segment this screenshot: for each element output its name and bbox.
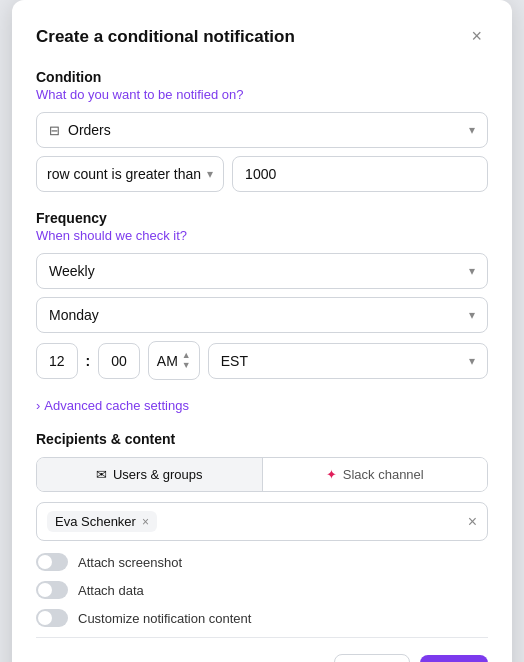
condition-sublabel: What do you want to be notified on? — [36, 87, 488, 102]
condition-type-chevron-icon: ▾ — [207, 167, 213, 181]
remove-recipient-button[interactable]: × — [142, 515, 149, 529]
condition-type-select[interactable]: row count is greater than ▾ — [36, 156, 224, 192]
hour-value: 12 — [49, 353, 65, 369]
close-button[interactable]: × — [465, 24, 488, 49]
period-value: Weekly — [49, 263, 95, 279]
ampm-select[interactable]: AM ▲ ▼ — [148, 341, 200, 380]
modal-header: Create a conditional notification × — [36, 24, 488, 49]
customize-content-toggle[interactable] — [36, 609, 68, 627]
attach-data-toggle[interactable] — [36, 581, 68, 599]
condition-row: row count is greater than ▾ — [36, 156, 488, 192]
source-select[interactable]: ⊟ Orders ▾ — [36, 112, 488, 148]
time-separator: : — [86, 353, 91, 369]
modal-footer: 👁 Show preview ▷ Test Save — [36, 637, 488, 662]
condition-type-label: row count is greater than — [47, 166, 201, 182]
clear-recipients-button[interactable]: × — [468, 513, 477, 531]
timezone-chevron-icon: ▾ — [469, 354, 475, 368]
condition-label: Condition — [36, 69, 488, 85]
tab-slack-label: Slack channel — [343, 467, 424, 482]
tab-users-label: Users & groups — [113, 467, 203, 482]
tab-users-groups[interactable]: ✉ Users & groups — [37, 458, 262, 491]
day-chevron-icon: ▾ — [469, 308, 475, 322]
save-button[interactable]: Save — [420, 655, 488, 662]
attach-screenshot-row: Attach screenshot — [36, 553, 488, 571]
test-button[interactable]: ▷ Test — [334, 654, 410, 662]
frequency-section: Frequency When should we check it? Weekl… — [36, 210, 488, 380]
period-chevron-icon: ▾ — [469, 264, 475, 278]
recipient-name: Eva Schenker — [55, 514, 136, 529]
recipient-tabs: ✉ Users & groups ✦ Slack channel — [36, 457, 488, 492]
time-row: 12 : 00 AM ▲ ▼ EST ▾ — [36, 341, 488, 380]
attach-data-row: Attach data — [36, 581, 488, 599]
source-select-left: ⊟ Orders — [49, 122, 111, 138]
ampm-value: AM — [157, 353, 178, 369]
customize-content-row: Customize notification content — [36, 609, 488, 627]
slack-icon: ✦ — [326, 467, 337, 482]
hour-box[interactable]: 12 — [36, 343, 78, 379]
day-select[interactable]: Monday ▾ — [36, 297, 488, 333]
attach-data-label: Attach data — [78, 583, 144, 598]
modal-title: Create a conditional notification — [36, 27, 295, 47]
recipients-section: Recipients & content ✉ Users & groups ✦ … — [36, 431, 488, 627]
ampm-updown-icon: ▲ ▼ — [182, 351, 191, 370]
minute-box[interactable]: 00 — [98, 343, 140, 379]
day-value: Monday — [49, 307, 99, 323]
attach-screenshot-toggle[interactable] — [36, 553, 68, 571]
users-icon: ✉ — [96, 467, 107, 482]
advanced-label: Advanced cache settings — [44, 398, 189, 413]
table-icon: ⊟ — [49, 123, 60, 138]
create-notification-modal: Create a conditional notification × Cond… — [12, 0, 512, 662]
source-chevron-icon: ▾ — [469, 123, 475, 137]
condition-section: Condition What do you want to be notifie… — [36, 69, 488, 192]
timezone-select[interactable]: EST ▾ — [208, 343, 488, 379]
condition-value-input[interactable] — [232, 156, 488, 192]
frequency-sublabel: When should we check it? — [36, 228, 488, 243]
source-value: Orders — [68, 122, 111, 138]
period-select[interactable]: Weekly ▾ — [36, 253, 488, 289]
timezone-value: EST — [221, 353, 248, 369]
advanced-chevron-icon: › — [36, 398, 40, 413]
attach-screenshot-label: Attach screenshot — [78, 555, 182, 570]
minute-value: 00 — [111, 353, 127, 369]
recipients-input-row: Eva Schenker × × — [36, 502, 488, 541]
customize-content-label: Customize notification content — [78, 611, 251, 626]
frequency-label: Frequency — [36, 210, 488, 226]
tab-slack-channel[interactable]: ✦ Slack channel — [263, 458, 488, 491]
recipients-label: Recipients & content — [36, 431, 488, 447]
advanced-cache-link[interactable]: › Advanced cache settings — [36, 398, 488, 413]
recipient-tag: Eva Schenker × — [47, 511, 157, 532]
